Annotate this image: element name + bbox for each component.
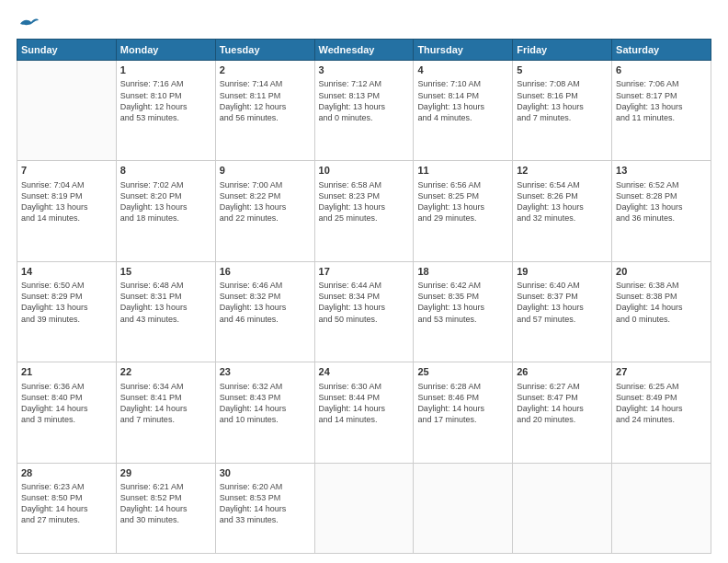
day-info: Sunrise: 7:00 AM Sunset: 8:22 PM Dayligh… (220, 179, 311, 224)
day-header-tuesday: Tuesday (215, 40, 314, 61)
calendar-header: SundayMondayTuesdayWednesdayThursdayFrid… (17, 40, 711, 61)
day-header-sunday: Sunday (17, 40, 117, 61)
calendar-body: 1Sunrise: 7:16 AM Sunset: 8:10 PM Daylig… (17, 61, 711, 554)
day-number: 2 (220, 63, 311, 77)
day-info: Sunrise: 7:10 AM Sunset: 8:14 PM Dayligh… (417, 78, 508, 123)
week-row-2: 7Sunrise: 7:04 AM Sunset: 8:19 PM Daylig… (17, 161, 711, 261)
day-cell-18: 18Sunrise: 6:42 AM Sunset: 8:35 PM Dayli… (414, 261, 513, 362)
day-info: Sunrise: 7:14 AM Sunset: 8:11 PM Dayligh… (220, 78, 311, 123)
day-number: 20 (616, 265, 707, 279)
day-info: Sunrise: 7:12 AM Sunset: 8:13 PM Dayligh… (319, 78, 410, 123)
day-cell-21: 21Sunrise: 6:36 AM Sunset: 8:40 PM Dayli… (17, 362, 117, 463)
day-number: 14 (21, 265, 112, 279)
day-cell-3: 3Sunrise: 7:12 AM Sunset: 8:13 PM Daylig… (314, 61, 414, 161)
day-number: 18 (417, 265, 508, 279)
day-info: Sunrise: 6:52 AM Sunset: 8:28 PM Dayligh… (616, 179, 707, 224)
day-number: 24 (319, 365, 410, 379)
day-cell-15: 15Sunrise: 6:48 AM Sunset: 8:31 PM Dayli… (116, 261, 215, 362)
day-cell-24: 24Sunrise: 6:30 AM Sunset: 8:44 PM Dayli… (314, 362, 414, 463)
empty-cell (314, 463, 414, 553)
day-number: 15 (120, 265, 211, 279)
day-cell-20: 20Sunrise: 6:38 AM Sunset: 8:38 PM Dayli… (612, 261, 711, 362)
day-info: Sunrise: 6:36 AM Sunset: 8:40 PM Dayligh… (21, 381, 112, 426)
week-row-5: 28Sunrise: 6:23 AM Sunset: 8:50 PM Dayli… (17, 463, 711, 553)
day-info: Sunrise: 6:32 AM Sunset: 8:43 PM Dayligh… (220, 381, 311, 426)
day-number: 26 (517, 365, 608, 379)
day-cell-23: 23Sunrise: 6:32 AM Sunset: 8:43 PM Dayli… (215, 362, 314, 463)
day-cell-16: 16Sunrise: 6:46 AM Sunset: 8:32 PM Dayli… (215, 261, 314, 362)
day-cell-7: 7Sunrise: 7:04 AM Sunset: 8:19 PM Daylig… (17, 161, 117, 261)
calendar: SundayMondayTuesdayWednesdayThursdayFrid… (17, 39, 711, 554)
day-number: 6 (616, 63, 707, 77)
day-cell-26: 26Sunrise: 6:27 AM Sunset: 8:47 PM Dayli… (513, 362, 612, 463)
day-cell-8: 8Sunrise: 7:02 AM Sunset: 8:20 PM Daylig… (116, 161, 215, 261)
day-number: 22 (120, 365, 211, 379)
day-number: 23 (220, 365, 311, 379)
logo-bird-icon (18, 17, 39, 31)
day-info: Sunrise: 6:20 AM Sunset: 8:53 PM Dayligh… (220, 481, 311, 526)
day-info: Sunrise: 6:21 AM Sunset: 8:52 PM Dayligh… (120, 481, 211, 526)
day-cell-4: 4Sunrise: 7:10 AM Sunset: 8:14 PM Daylig… (414, 61, 513, 161)
day-info: Sunrise: 6:42 AM Sunset: 8:35 PM Dayligh… (417, 280, 508, 325)
day-number: 16 (220, 265, 311, 279)
day-cell-9: 9Sunrise: 7:00 AM Sunset: 8:22 PM Daylig… (215, 161, 314, 261)
day-info: Sunrise: 6:27 AM Sunset: 8:47 PM Dayligh… (517, 381, 608, 426)
day-cell-27: 27Sunrise: 6:25 AM Sunset: 8:49 PM Dayli… (612, 362, 711, 463)
day-info: Sunrise: 6:38 AM Sunset: 8:38 PM Dayligh… (616, 280, 707, 325)
day-info: Sunrise: 6:28 AM Sunset: 8:46 PM Dayligh… (417, 381, 508, 426)
day-info: Sunrise: 6:46 AM Sunset: 8:32 PM Dayligh… (220, 280, 311, 325)
day-header-wednesday: Wednesday (314, 40, 414, 61)
day-number: 11 (417, 164, 508, 178)
day-header-friday: Friday (513, 40, 612, 61)
day-number: 1 (120, 63, 211, 77)
day-cell-30: 30Sunrise: 6:20 AM Sunset: 8:53 PM Dayli… (215, 463, 314, 553)
day-info: Sunrise: 6:23 AM Sunset: 8:50 PM Dayligh… (21, 481, 112, 526)
day-cell-12: 12Sunrise: 6:54 AM Sunset: 8:26 PM Dayli… (513, 161, 612, 261)
day-cell-17: 17Sunrise: 6:44 AM Sunset: 8:34 PM Dayli… (314, 261, 414, 362)
day-info: Sunrise: 6:50 AM Sunset: 8:29 PM Dayligh… (21, 280, 112, 325)
day-cell-11: 11Sunrise: 6:56 AM Sunset: 8:25 PM Dayli… (414, 161, 513, 261)
empty-cell (414, 463, 513, 553)
week-row-4: 21Sunrise: 6:36 AM Sunset: 8:40 PM Dayli… (17, 362, 711, 463)
day-info: Sunrise: 6:48 AM Sunset: 8:31 PM Dayligh… (120, 280, 211, 325)
day-cell-13: 13Sunrise: 6:52 AM Sunset: 8:28 PM Dayli… (612, 161, 711, 261)
day-number: 7 (21, 164, 112, 178)
empty-cell (513, 463, 612, 553)
day-info: Sunrise: 6:58 AM Sunset: 8:23 PM Dayligh… (319, 179, 410, 224)
day-cell-6: 6Sunrise: 7:06 AM Sunset: 8:17 PM Daylig… (612, 61, 711, 161)
page: SundayMondayTuesdayWednesdayThursdayFrid… (0, 0, 728, 563)
header-row: SundayMondayTuesdayWednesdayThursdayFrid… (17, 40, 711, 61)
day-header-saturday: Saturday (612, 40, 711, 61)
day-number: 9 (220, 164, 311, 178)
day-number: 12 (517, 164, 608, 178)
day-number: 21 (21, 365, 112, 379)
day-cell-10: 10Sunrise: 6:58 AM Sunset: 8:23 PM Dayli… (314, 161, 414, 261)
day-cell-14: 14Sunrise: 6:50 AM Sunset: 8:29 PM Dayli… (17, 261, 117, 362)
day-cell-29: 29Sunrise: 6:21 AM Sunset: 8:52 PM Dayli… (116, 463, 215, 553)
day-info: Sunrise: 6:25 AM Sunset: 8:49 PM Dayligh… (616, 381, 707, 426)
day-info: Sunrise: 7:16 AM Sunset: 8:10 PM Dayligh… (120, 78, 211, 123)
empty-cell (612, 463, 711, 553)
logo (17, 17, 39, 31)
day-number: 8 (120, 164, 211, 178)
day-info: Sunrise: 6:54 AM Sunset: 8:26 PM Dayligh… (517, 179, 608, 224)
day-number: 30 (220, 466, 311, 480)
day-number: 5 (517, 63, 608, 77)
day-cell-2: 2Sunrise: 7:14 AM Sunset: 8:11 PM Daylig… (215, 61, 314, 161)
day-header-monday: Monday (116, 40, 215, 61)
week-row-3: 14Sunrise: 6:50 AM Sunset: 8:29 PM Dayli… (17, 261, 711, 362)
day-number: 10 (319, 164, 410, 178)
day-info: Sunrise: 6:56 AM Sunset: 8:25 PM Dayligh… (417, 179, 508, 224)
day-info: Sunrise: 7:08 AM Sunset: 8:16 PM Dayligh… (517, 78, 608, 123)
day-number: 19 (517, 265, 608, 279)
day-cell-5: 5Sunrise: 7:08 AM Sunset: 8:16 PM Daylig… (513, 61, 612, 161)
day-number: 29 (120, 466, 211, 480)
day-header-thursday: Thursday (414, 40, 513, 61)
day-number: 25 (417, 365, 508, 379)
day-number: 28 (21, 466, 112, 480)
day-info: Sunrise: 6:40 AM Sunset: 8:37 PM Dayligh… (517, 280, 608, 325)
day-info: Sunrise: 7:06 AM Sunset: 8:17 PM Dayligh… (616, 78, 707, 123)
day-cell-1: 1Sunrise: 7:16 AM Sunset: 8:10 PM Daylig… (116, 61, 215, 161)
day-number: 13 (616, 164, 707, 178)
day-cell-28: 28Sunrise: 6:23 AM Sunset: 8:50 PM Dayli… (17, 463, 117, 553)
